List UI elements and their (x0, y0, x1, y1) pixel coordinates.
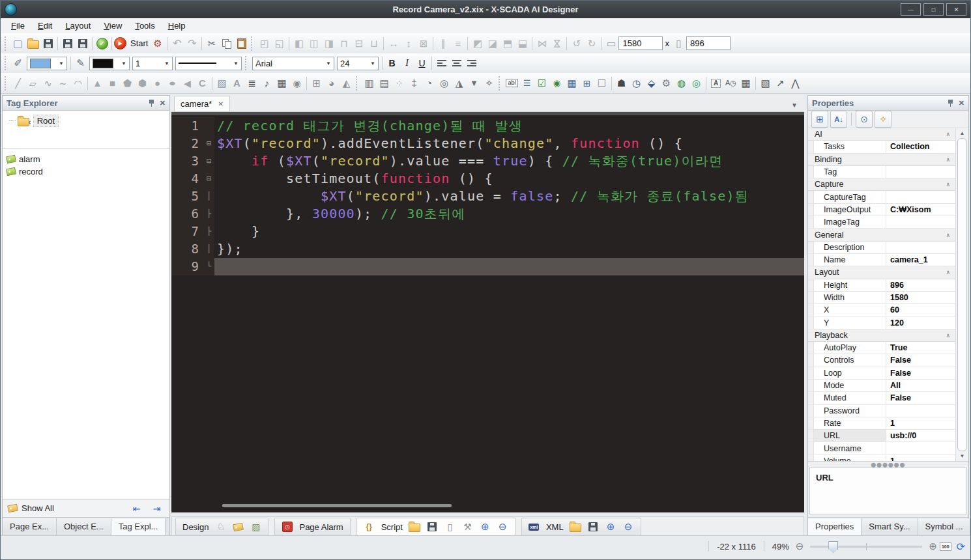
canvas-height-icon[interactable]: ▯ (671, 36, 686, 51)
rectangle-tool[interactable]: ■ (105, 76, 120, 91)
tree-item-root[interactable]: ✕ Root (9, 115, 167, 127)
align-middle-button[interactable]: ⊟ (351, 36, 366, 51)
send-backward-button[interactable]: ⬓ (515, 36, 530, 51)
open-button[interactable] (25, 36, 40, 51)
collapse-chevron-icon[interactable]: ∧ (946, 266, 955, 278)
pentagon-tool[interactable]: ⬟ (120, 76, 135, 91)
italic-button[interactable]: I (399, 55, 414, 71)
property-value[interactable]: False (886, 392, 955, 404)
xml-zoom-in-button[interactable]: ⊕ (603, 519, 618, 535)
grid-tool[interactable]: ▦ (738, 76, 753, 91)
hbar-chart-tool[interactable]: ▤ (377, 76, 392, 91)
doughnut-chart-tool[interactable]: ◎ (437, 76, 452, 91)
list-tool[interactable]: ≣ (244, 76, 259, 91)
text-align-right-button[interactable] (464, 55, 479, 71)
close-panel-icon[interactable]: ✕ (160, 99, 166, 107)
collapse-chevron-icon[interactable]: ∧ (946, 154, 955, 165)
align-right-button[interactable]: ◨ (321, 36, 336, 51)
code-line-6[interactable]: 6├ }, 30000); // 30초뒤에 (171, 205, 804, 223)
align-left-button[interactable]: ◧ (291, 36, 306, 51)
property-row-muted[interactable]: MutedFalse (808, 392, 955, 404)
tab-smart-sy-[interactable]: Smart Sy... (862, 518, 918, 537)
property-value[interactable]: 896 (886, 279, 955, 291)
category-ai[interactable]: AI∧ (808, 128, 955, 141)
property-row-username[interactable]: Username (808, 442, 955, 455)
xml-icon[interactable]: xml (527, 519, 542, 535)
textbox-control-tool[interactable]: abl (504, 76, 519, 91)
property-row-tag[interactable]: Tag (808, 166, 955, 178)
tab-properties[interactable]: Properties (808, 518, 862, 537)
property-row-autoplay[interactable]: AutoPlayTrue (808, 342, 955, 354)
new-file-button[interactable]: ▢ (10, 36, 25, 51)
xml-open-button[interactable] (568, 519, 583, 535)
tab-object-e-[interactable]: Object E... (57, 518, 111, 537)
category-capture[interactable]: Capture∧ (808, 178, 955, 191)
script-group[interactable]: {}Script▯⚒⊕⊖ (356, 518, 515, 536)
bring-front-button[interactable]: ◩ (470, 36, 485, 51)
category-layout[interactable]: Layout∧ (808, 266, 955, 279)
grid-scrollbar[interactable]: ▲ ▼ (955, 128, 968, 461)
line-width-select[interactable]: 1▼ (132, 57, 173, 70)
combobox-control-tool[interactable]: ☰ (519, 76, 534, 91)
property-row-capturetag[interactable]: CaptureTag (808, 191, 955, 203)
movie-tool[interactable]: ▦ (274, 76, 289, 91)
pin-icon[interactable] (948, 99, 953, 107)
tab-tag-expl-[interactable]: Tag Expl... (111, 518, 166, 537)
space-horizontal-button[interactable]: ∥ (435, 36, 450, 51)
property-row-password[interactable]: Password (808, 405, 955, 417)
code-line-3[interactable]: 3⊟ if ($XT("record").value === true) { /… (171, 152, 804, 170)
polygon-tool[interactable]: ▱ (25, 76, 40, 91)
property-row-height[interactable]: Height896 (808, 279, 955, 292)
code-line-7[interactable]: 7├ } (171, 223, 804, 240)
code-line-5[interactable]: 5│ $XT("record").value = false; // 녹화가 종… (171, 188, 804, 205)
design-image-icon[interactable]: ▨ (248, 519, 263, 535)
code-line-1[interactable]: 1// record 태그가 변경(change)될 때 발생 (171, 117, 804, 135)
property-value[interactable]: Collection (886, 141, 955, 152)
shield-tool[interactable]: ⬙ (644, 76, 659, 91)
property-value[interactable]: 1 (886, 417, 955, 429)
close-panel-icon[interactable]: ✕ (959, 99, 964, 107)
property-value[interactable]: All (886, 380, 955, 391)
ungroup-button[interactable]: ◱ (272, 36, 287, 51)
scroll-down-icon[interactable]: ▼ (960, 452, 965, 460)
zoom-slider[interactable] (810, 546, 922, 548)
design-run-icon[interactable]: ♘ (213, 519, 228, 535)
minimize-button[interactable]: — (901, 3, 921, 16)
design-group[interactable]: Design♘▨ (175, 518, 268, 536)
zoom-out-icon[interactable]: ⊖ (796, 540, 804, 552)
property-row-tasks[interactable]: TasksCollection (808, 141, 955, 153)
fill-color-swatch[interactable]: ▼ (27, 57, 67, 70)
line-tool[interactable]: ╱ (10, 76, 25, 91)
code-line-9[interactable]: 9└ (171, 258, 804, 275)
menu-help[interactable]: Help (162, 20, 192, 32)
line-style-select[interactable]: ▼ (175, 57, 242, 70)
same-width-button[interactable]: ↔ (386, 36, 401, 51)
same-height-button[interactable]: ↕ (401, 36, 416, 51)
checkbox-control-tool[interactable]: ☑ (534, 76, 549, 91)
code-line-4[interactable]: 4⊟ setTimeout(function () { (171, 170, 804, 188)
validate-button[interactable]: ✔ (94, 36, 109, 51)
refresh-icon[interactable]: ⟳ (957, 540, 965, 553)
property-value[interactable]: camera_1 (886, 254, 955, 266)
menu-edit[interactable]: Edit (31, 20, 59, 32)
collapse-chevron-icon[interactable]: ∧ (946, 128, 955, 140)
expand-columns-icon[interactable]: ⇥ (149, 501, 164, 516)
script-zoom-in-button[interactable]: ⊕ (478, 519, 493, 535)
sound-tool[interactable]: ♪ (259, 76, 274, 91)
font-size-select[interactable]: 24▼ (337, 57, 379, 70)
arc-tool[interactable]: ◠ (70, 76, 85, 91)
property-row-loop[interactable]: LoopFalse (808, 367, 955, 380)
fold-marker[interactable]: ⊟ (203, 135, 214, 152)
category-general[interactable]: General∧ (808, 229, 955, 241)
xml-group[interactable]: xmlXML⊕⊖ (521, 518, 641, 536)
pie-shape-tool[interactable]: ◕ (324, 76, 339, 91)
pin-icon[interactable] (149, 99, 154, 107)
script-tools-button[interactable]: ⚒ (460, 519, 475, 535)
rotate-left-button[interactable]: ↺ (569, 36, 584, 51)
page-alarm-group[interactable]: ◷Page Alarm (274, 518, 350, 536)
funnel-chart-tool[interactable]: ▼ (467, 76, 482, 91)
hexagon-tool[interactable]: ⬢ (135, 76, 150, 91)
align-center-button[interactable]: ◫ (306, 36, 321, 51)
xml-save-button[interactable] (586, 519, 601, 535)
start-button[interactable]: ▶Start (114, 36, 150, 51)
